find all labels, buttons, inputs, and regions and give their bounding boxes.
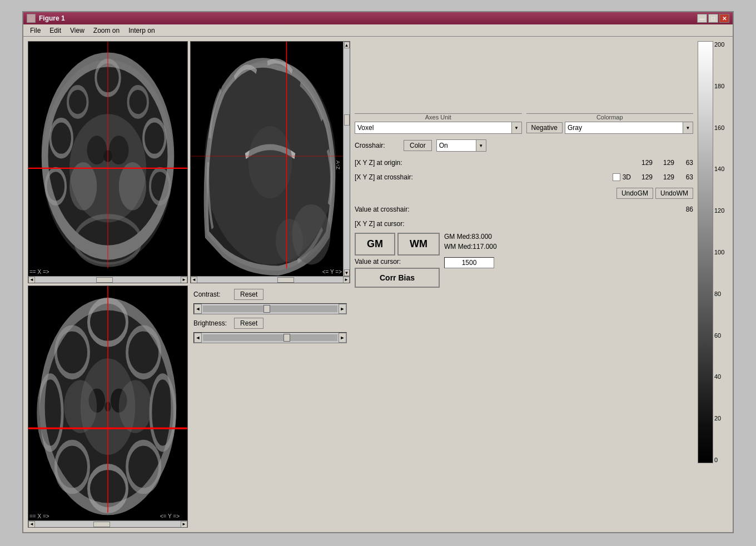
corr-bias-button[interactable]: Corr Bias [355,268,440,288]
menu-view[interactable]: View [66,26,89,36]
negative-button[interactable]: Negative [526,122,563,133]
contrast-reset-button[interactable]: Reset [234,289,263,300]
xyz-origin-z: 63 [677,159,693,167]
crosshair-on-dropdown[interactable]: On ▼ [436,139,486,152]
panel-coronal[interactable]: ◄ ► == X => [28,41,188,283]
panel-sagittal-scrollbar-v[interactable]: ▲ ▼ [343,42,350,276]
crosshair-label: Crosshair: [355,142,399,149]
brain-panels: ◄ ► == X => [28,41,350,528]
brightness-slider-right[interactable]: ► [339,333,346,343]
value-1500-box[interactable]: 1500 [444,257,494,268]
app-icon [27,14,36,23]
brightness-slider[interactable]: ◄ ► [193,332,347,343]
brightness-label: Brightness: [193,319,230,327]
axes-unit-arrow[interactable]: ▼ [511,122,521,133]
sagittal-scroll-track [197,277,343,283]
wm-med-label: WM Med:117.000 [444,243,693,251]
xyz-origin-x: 129 [633,159,653,167]
undo-gm-button[interactable]: UndoGM [616,188,653,199]
svg-point-16 [119,162,146,211]
axes-colormap-row: Axes Unit Voxel ▼ Colormap Negative Gray [355,113,693,134]
colormap-header: Colormap [526,113,694,121]
value-crosshair-row: Value at crosshair: 86 [355,204,693,215]
svg-point-23 [248,126,292,198]
gm-med-label: GM Med:83.000 [444,233,693,241]
svg-point-41 [64,380,97,433]
colorbar-label-200: 200 [714,41,724,48]
sagittal-scroll-up-btn[interactable]: ▲ [344,42,350,48]
contrast-slider[interactable]: ◄ ► [193,303,347,314]
sagittal-vscroll-track [344,48,350,269]
sagittal-scroll-down-btn[interactable]: ▼ [344,269,350,276]
svg-point-22 [292,204,330,265]
sagittal-scroll-right-btn[interactable]: ► [343,277,350,283]
colorbar-gradient [698,41,713,463]
controls-panel: Axes Unit Voxel ▼ Colormap Negative Gray [355,41,693,528]
value-crosshair-value: 86 [677,206,693,213]
wm-button[interactable]: WM [397,233,440,256]
panel-axial[interactable]: ◄ ► == X => <= Y => [28,285,188,528]
axial-scroll-right-btn[interactable]: ► [181,521,187,528]
panel-sagittal[interactable]: ◄ ► ▲ ▼ <= Y => A↑Z [190,41,350,283]
gm-wm-buttons: GM WM Value at cursor: Corr Bias [355,233,440,288]
brightness-slider-left[interactable]: ◄ [194,333,202,343]
crosshair-color-button[interactable]: Color [404,140,432,151]
contrast-label: Contrast: [193,290,230,298]
contrast-slider-thumb[interactable] [263,305,270,313]
axes-unit-value: Voxel [355,124,511,132]
menu-bar: File Edit View Zoom on Interp on [23,24,733,37]
close-button[interactable]: ✕ [719,14,729,23]
gm-wm-btn-row: GM WM [355,233,440,256]
axial-scroll-left-btn[interactable]: ◄ [28,521,35,528]
right-section: Axes Unit Voxel ▼ Colormap Negative Gray [355,41,728,528]
undo-wm-button[interactable]: UndoWM [655,188,693,199]
colorbar-label-140: 140 [714,166,724,172]
brightness-slider-thumb[interactable] [284,334,290,342]
colormap-controls: Negative Gray ▼ [526,122,694,134]
gm-button[interactable]: GM [355,233,395,256]
axis-label-y-right: <= Y => [322,269,342,275]
menu-interp-on[interactable]: Interp on [124,26,159,36]
maximize-button[interactable]: □ [708,14,718,23]
colorbar-label-160: 160 [714,124,724,131]
crosshair-on-arrow[interactable]: ▼ [476,140,486,151]
axial-scroll-thumb[interactable] [93,522,110,527]
axes-unit-dropdown[interactable]: Voxel ▼ [355,122,522,134]
colorbar-content: 200 180 160 140 120 100 80 60 40 20 0 [698,41,724,463]
colormap-arrow[interactable]: ▼ [683,122,693,133]
sagittal-scroll-thumb[interactable] [277,277,294,283]
contrast-slider-right[interactable]: ► [339,304,346,314]
xyz-cursor-label: [X Y Z] at cursor: [355,220,405,228]
menu-edit[interactable]: Edit [45,26,66,36]
contrast-slider-left[interactable]: ◄ [194,304,202,314]
panel-sagittal-scrollbar-h[interactable]: ◄ ► [191,276,350,283]
contrast-slider-track [203,305,337,312]
colorbar-label-0: 0 [714,457,724,463]
sagittal-scroll-left-btn[interactable]: ◄ [191,277,197,283]
az-label: A↑Z [335,161,341,169]
axis-label-x-bottom: == X => [29,513,49,519]
sagittal-vscroll-thumb[interactable] [344,114,350,126]
value-cursor-label: Value at cursor: [355,258,440,266]
colorbar-label-20: 20 [714,415,724,422]
colorbar-label-60: 60 [714,332,724,339]
menu-zoom-on[interactable]: Zoom on [89,26,124,36]
window-title: Figure 1 [39,14,65,22]
crosshair-row: Crosshair: Color On ▼ [355,137,693,154]
xyz-crosshair-z: 63 [677,173,693,181]
minimize-button[interactable]: — [697,14,707,23]
xyz-crosshair-row: [X Y Z] at crosshair: 3D 129 129 63 [355,172,693,183]
menu-file[interactable]: File [26,26,45,36]
colorbar-labels: 200 180 160 140 120 100 80 60 40 20 0 [714,41,724,463]
scroll-right-btn[interactable]: ► [181,277,187,283]
scroll-left-btn[interactable]: ◄ [28,277,35,283]
colormap-dropdown[interactable]: Gray ▼ [565,122,693,134]
brightness-reset-button[interactable]: Reset [234,318,263,329]
title-bar: Figure 1 — □ ✕ [23,12,733,24]
panel-coronal-scrollbar-h[interactable]: ◄ ► [28,276,187,283]
panel-axial-scrollbar-h[interactable]: ◄ ► [28,520,187,527]
crosshair-3d-section: 3D 129 129 63 [613,173,693,181]
checkbox-3d[interactable] [613,173,620,181]
scroll-thumb[interactable] [96,277,113,283]
xyz-cursor-row: [X Y Z] at cursor: [355,218,693,229]
